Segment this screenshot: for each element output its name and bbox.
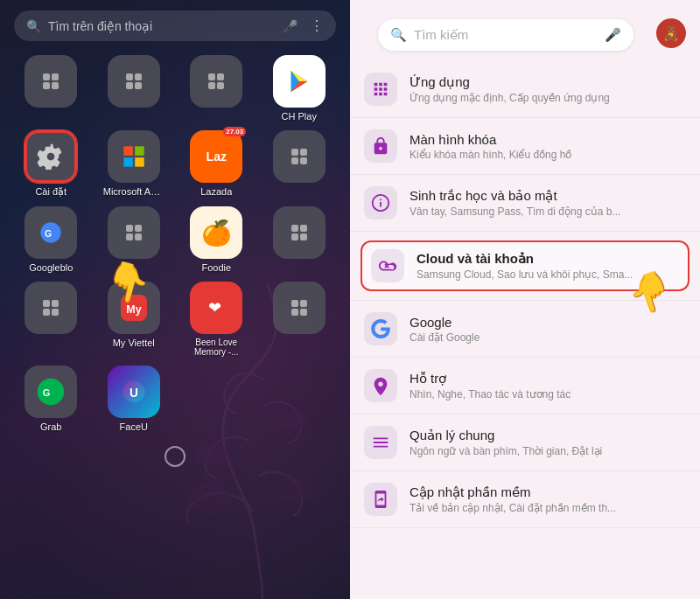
google-icon-wrap bbox=[364, 312, 397, 345]
app-icon-folder2 bbox=[108, 55, 160, 108]
app-item-folder6[interactable] bbox=[14, 282, 88, 357]
general-texts: Quản lý chung Ngôn ngữ và bàn phím, Thời… bbox=[410, 428, 686, 457]
user-avatar[interactable]: 🧸 bbox=[656, 18, 686, 48]
more-icon[interactable]: ⋮ bbox=[310, 17, 324, 34]
app-icon-folder1 bbox=[24, 55, 77, 108]
svg-rect-8 bbox=[123, 146, 133, 156]
app-label-settings: Cài đặt bbox=[35, 186, 66, 198]
svg-rect-10 bbox=[123, 157, 133, 167]
app-item-folder2[interactable] bbox=[97, 55, 172, 122]
settings-item-apps[interactable]: Ứng dụng Ứng dụng mặc định, Cấp quyền ứn… bbox=[350, 61, 700, 118]
svg-point-1 bbox=[278, 477, 313, 502]
right-mic-icon[interactable]: 🎤 bbox=[605, 27, 621, 43]
app-item-grab[interactable]: G Grab bbox=[14, 366, 88, 432]
right-search-bar[interactable]: 🔍 Tìm kiếm 🎤 bbox=[378, 19, 634, 51]
settings-item-update[interactable]: Cập nhật phần mềm Tải về bản cập nhật, C… bbox=[350, 471, 700, 528]
app-item-folder5[interactable] bbox=[262, 206, 337, 273]
svg-point-18 bbox=[38, 379, 65, 406]
app-icon-chplay bbox=[273, 55, 326, 108]
update-icon-wrap bbox=[364, 483, 397, 516]
apps-texts: Ứng dụng Ứng dụng mặc định, Cấp quyền ứn… bbox=[410, 74, 686, 104]
app-label-myviettel: My Viettel bbox=[113, 338, 155, 348]
home-button[interactable] bbox=[164, 446, 186, 467]
apps-subtitle: Ứng dụng mặc định, Cấp quyền ứng dụng bbox=[410, 92, 686, 104]
settings-item-general[interactable]: Quản lý chung Ngôn ngữ và bàn phím, Thời… bbox=[350, 414, 700, 471]
app-item-folder1[interactable] bbox=[14, 55, 88, 122]
cloud-title: Cloud và tài khoản bbox=[416, 251, 679, 267]
support-subtitle: Nhìn, Nghe, Thao tác và tương tác bbox=[410, 388, 686, 400]
lockscreen-subtitle: Kiểu khóa màn hình, Kiểu đồng hồ bbox=[410, 149, 686, 161]
general-subtitle: Ngôn ngữ và bàn phím, Thời gian, Đặt lại bbox=[410, 445, 686, 457]
general-icon-wrap bbox=[364, 426, 397, 459]
apps-icon-wrap bbox=[364, 73, 397, 106]
app-item-empty2 bbox=[262, 282, 337, 357]
support-title: Hỗ trợ bbox=[410, 371, 686, 387]
svg-text:❤: ❤ bbox=[209, 299, 222, 317]
biometric-title: Sinh trắc học và bảo mật bbox=[410, 188, 686, 204]
app-icon-empty1 bbox=[273, 130, 326, 183]
svg-text:U: U bbox=[130, 387, 138, 400]
app-item-settings[interactable]: Cài đặt bbox=[14, 130, 88, 198]
app-label-chplay: CH Play bbox=[282, 111, 317, 122]
app-icon-googleblo: G bbox=[24, 206, 77, 259]
app-item-foodie[interactable]: 🍊 Foodie bbox=[179, 206, 254, 273]
right-search-placeholder: Tìm kiếm bbox=[414, 27, 598, 43]
settings-item-lockscreen[interactable]: Màn hình khóa Kiểu khóa màn hình, Kiểu đ… bbox=[350, 118, 700, 175]
app-icon-foodie: 🍊 bbox=[190, 206, 242, 259]
svg-rect-9 bbox=[135, 146, 144, 156]
app-icon-folder6 bbox=[24, 282, 77, 334]
app-item-microsoft[interactable]: Microsoft Apps bbox=[97, 130, 172, 198]
app-icon-grab: G bbox=[24, 366, 77, 418]
app-label-foodie: Foodie bbox=[201, 262, 231, 273]
update-subtitle: Tải về bản cập nhật, Cài đặt phần mềm th… bbox=[410, 502, 686, 514]
search-placeholder-text: Tìm trên điện thoại bbox=[48, 19, 276, 33]
app-label-microsoft: Microsoft Apps bbox=[103, 186, 164, 197]
app-item-faceu[interactable]: U FaceU bbox=[97, 366, 172, 432]
biometric-texts: Sinh trắc học và bảo mật Vân tay, Samsun… bbox=[410, 188, 686, 218]
app-icon-empty2 bbox=[273, 282, 326, 334]
update-texts: Cập nhật phần mềm Tải về bản cập nhật, C… bbox=[410, 484, 686, 514]
mic-icon[interactable]: 🎤 bbox=[283, 19, 298, 33]
apps-title: Ứng dụng bbox=[410, 74, 686, 90]
app-label-lazada: Lazada bbox=[200, 186, 232, 197]
app-item-googleblo[interactable]: G Googleblo bbox=[14, 206, 88, 273]
app-icon-faceu: U bbox=[108, 366, 160, 418]
settings-item-support[interactable]: Hỗ trợ Nhìn, Nghe, Thao tác và tương tác bbox=[350, 358, 700, 414]
app-icon-folder4 bbox=[108, 206, 160, 259]
home-indicator[interactable] bbox=[0, 439, 350, 470]
app-item-chplay[interactable]: CH Play bbox=[262, 55, 337, 122]
biometric-icon-wrap bbox=[364, 186, 397, 219]
app-item-folder3[interactable] bbox=[179, 55, 254, 122]
svg-rect-11 bbox=[135, 157, 144, 167]
app-icon-folder5 bbox=[273, 206, 326, 259]
lazada-badge: 27.03 bbox=[223, 127, 246, 136]
app-item-beenlove[interactable]: ❤ Been LoveMemory -... bbox=[179, 282, 254, 357]
google-subtitle: Cài đặt Google bbox=[410, 331, 686, 344]
search-icon: 🔍 bbox=[26, 19, 41, 33]
general-title: Quản lý chung bbox=[410, 428, 686, 443]
app-label-googleblo: Googleblo bbox=[29, 262, 73, 273]
app-icon-folder3 bbox=[190, 55, 242, 108]
settings-item-biometric[interactable]: Sinh trắc học và bảo mật Vân tay, Samsun… bbox=[350, 175, 700, 232]
right-search-icon: 🔍 bbox=[390, 27, 407, 43]
app-item-empty1 bbox=[262, 130, 337, 198]
app-icon-lazada: Laz 27.03 bbox=[190, 130, 242, 183]
support-texts: Hỗ trợ Nhìn, Nghe, Thao tác và tương tác bbox=[410, 371, 686, 400]
lockscreen-title: Màn hình khóa bbox=[410, 132, 686, 147]
app-label-beenlove: Been LoveMemory -... bbox=[194, 338, 239, 357]
left-search-bar[interactable]: 🔍 Tìm trên điện thoại 🎤 ⋮ bbox=[14, 10, 336, 41]
app-grid: CH Play Cài đặt Microsoft Apps bbox=[0, 48, 350, 439]
avatar-emoji: 🧸 bbox=[662, 25, 680, 42]
google-texts: Google Cài đặt Google bbox=[410, 315, 686, 344]
app-item-lazada[interactable]: Laz 27.03 Lazada bbox=[179, 130, 254, 198]
app-icon-microsoft bbox=[108, 130, 160, 183]
app-icon-settings bbox=[24, 130, 77, 183]
svg-text:G: G bbox=[45, 228, 52, 239]
svg-text:G: G bbox=[43, 387, 51, 398]
app-icon-beenlove: ❤ bbox=[190, 282, 242, 334]
biometric-subtitle: Vân tay, Samsung Pass, Tìm di động của b… bbox=[410, 205, 686, 218]
app-label-grab: Grab bbox=[40, 421, 61, 432]
support-icon-wrap bbox=[364, 369, 397, 402]
left-panel: 🔍 Tìm trên điện thoại 🎤 ⋮ bbox=[0, 0, 350, 599]
right-panel: 🔍 Tìm kiếm 🎤 🧸 Ứng dụng Ứng dụng mặc địn… bbox=[350, 0, 700, 599]
